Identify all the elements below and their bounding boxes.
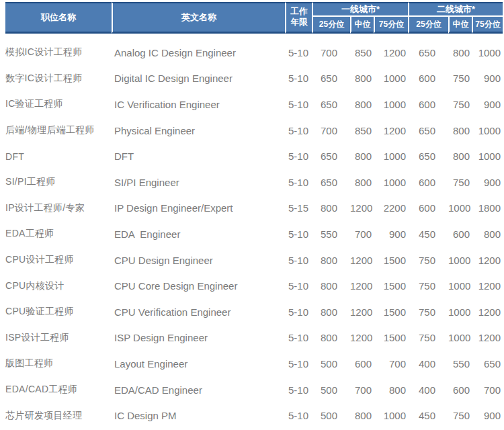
cell-tier1-median: 1200: [350, 325, 374, 351]
table-row: 数字IC设计工程师 Digital IC Design Engineer 5-1…: [5, 66, 503, 92]
cell-tier2-p75: 1000: [472, 143, 503, 169]
cell-tier2-p75: 1000: [472, 118, 503, 144]
cell-tier2-p25: 650: [408, 40, 448, 66]
cell-tier1-median: 700: [350, 377, 374, 403]
table-row: 后端/物理后端工程师 Physical Engineer 5-10 700 85…: [5, 118, 503, 144]
cell-tier2-median: 1000: [448, 273, 472, 299]
table-row: CPU验证工程师 CPU Verification Engineer 5-10 …: [5, 299, 503, 325]
cell-tier2-p25: 450: [408, 402, 448, 429]
cell-tier2-p75: 900: [472, 402, 503, 429]
spacer-row: [5, 34, 503, 40]
table-row: DFT DFT 5-10 650 800 1000 650 800 1000: [5, 143, 503, 169]
cell-work-years: 5-10: [285, 143, 312, 169]
cell-tier2-median: 800: [448, 118, 472, 144]
cell-tier1-median: 850: [350, 118, 374, 144]
cell-tier2-median: 750: [448, 91, 472, 118]
cell-tier1-median: 800: [350, 402, 374, 429]
header-tier1-p25: 25分位: [312, 17, 350, 34]
cell-job-title-cn: 芯片研发项目经理: [5, 402, 112, 429]
cell-job-title-en: ISP Design Engineer: [112, 325, 285, 351]
cell-tier1-p25: 650: [312, 91, 350, 118]
cell-job-title-cn: EDA/CAD工程师: [5, 377, 112, 403]
cell-tier1-p75: 1500: [374, 247, 408, 273]
cell-tier1-median: 800: [350, 91, 374, 118]
cell-tier1-p25: 700: [312, 118, 350, 144]
cell-tier2-p75: 800: [472, 221, 503, 247]
cell-work-years: 5-10: [285, 40, 312, 66]
cell-tier2-p75: 700: [472, 377, 503, 403]
cell-tier1-median: 1200: [350, 196, 374, 222]
cell-tier1-p75: 1200: [374, 40, 408, 66]
cell-tier1-p25: 500: [312, 402, 350, 429]
cell-work-years: 5-10: [285, 118, 312, 144]
cell-tier1-median: 1200: [350, 247, 374, 273]
header-tier1-median: 中位: [350, 17, 374, 34]
cell-job-title-en: IC Verification Engineer: [112, 91, 285, 118]
cell-tier1-p25: 500: [312, 351, 350, 377]
cell-tier1-p75: 2200: [374, 196, 408, 222]
cell-tier1-p75: 1000: [374, 66, 408, 92]
header-tier2-cities: 二线城市*: [408, 2, 503, 17]
table-header: 职位名称 英文名称 工作年限 一线城市* 二线城市* 25分位 中位 75分位 …: [5, 2, 503, 34]
cell-tier1-median: 1200: [350, 299, 374, 325]
cell-tier1-median: 700: [350, 221, 374, 247]
cell-job-title-en: CPU Verification Engineer: [112, 299, 285, 325]
cell-job-title-en: Physical Engineer: [112, 118, 285, 144]
cell-job-title-cn: 数字IC设计工程师: [5, 66, 112, 92]
cell-tier2-p25: 600: [408, 196, 448, 222]
cell-tier2-p25: 750: [408, 247, 448, 273]
cell-tier1-p75: 1500: [374, 299, 408, 325]
cell-work-years: 5-10: [285, 91, 312, 118]
cell-tier1-p25: 800: [312, 273, 350, 299]
cell-job-title-cn: 后端/物理后端工程师: [5, 118, 112, 144]
cell-job-title-en: Analog IC Design Engineer: [112, 40, 285, 66]
cell-job-title-cn: CPU设计工程师: [5, 247, 112, 273]
cell-job-title-cn: 版图工程师: [5, 351, 112, 377]
cell-tier1-p25: 500: [312, 377, 350, 403]
cell-work-years: 5-10: [285, 273, 312, 299]
cell-job-title-cn: CPU内核设计: [5, 273, 112, 299]
table-row: CPU内核设计 CPU Core Design Engineer 5-10 80…: [5, 273, 503, 299]
cell-tier1-median: 800: [350, 66, 374, 92]
cell-tier1-p75: 1200: [374, 118, 408, 144]
cell-tier2-p75: 900: [472, 91, 503, 118]
cell-job-title-en: Layout Engineer: [112, 351, 285, 377]
cell-job-title-en: CPU Core Design Engineer: [112, 273, 285, 299]
cell-tier2-p25: 400: [408, 377, 448, 403]
cell-tier1-p25: 800: [312, 325, 350, 351]
header-work-years-line2: 年限: [291, 17, 308, 27]
table-row: CPU设计工程师 CPU Design Engineer 5-10 800 12…: [5, 247, 503, 273]
cell-tier2-median: 1000: [448, 325, 472, 351]
cell-job-title-en: DFT: [112, 143, 285, 169]
cell-tier2-p25: 750: [408, 273, 448, 299]
cell-tier1-p25: 550: [312, 221, 350, 247]
cell-tier2-p75: 1000: [472, 40, 503, 66]
header-tier2-median: 中位: [448, 17, 472, 34]
cell-job-title-en: SI/PI Engineer: [112, 169, 285, 196]
cell-tier2-p25: 650: [408, 118, 448, 144]
table-row: 芯片研发项目经理 IC Design PM 5-10 500 800 1000 …: [5, 402, 503, 429]
header-row-groups: 职位名称 英文名称 工作年限 一线城市* 二线城市*: [5, 2, 503, 17]
cell-tier2-p75: 1200: [472, 273, 503, 299]
cell-tier2-p75: 1200: [472, 325, 503, 351]
cell-job-title-cn: IC验证工程师: [5, 91, 112, 118]
cell-work-years: 5-10: [285, 66, 312, 92]
cell-tier1-p75: 800: [374, 377, 408, 403]
cell-job-title-en: CPU Design Engineer: [112, 247, 285, 273]
cell-work-years: 5-10: [285, 325, 312, 351]
cell-job-title-cn: IP设计工程师/专家: [5, 196, 112, 222]
cell-tier2-median: 600: [448, 221, 472, 247]
header-tier1-p75: 75分位: [374, 17, 408, 34]
cell-job-title-cn: EDA工程师: [5, 221, 112, 247]
cell-tier2-median: 750: [448, 169, 472, 196]
table-row: 模拟IC设计工程师 Analog IC Design Engineer 5-10…: [5, 40, 503, 66]
cell-tier2-p75: 1800: [472, 196, 503, 222]
cell-job-title-en: Digital IC Design Engineer: [112, 66, 285, 92]
cell-job-title-cn: CPU验证工程师: [5, 299, 112, 325]
cell-work-years: 5-10: [285, 221, 312, 247]
cell-tier2-median: 750: [448, 66, 472, 92]
table-row: ISP设计工程师 ISP Design Engineer 5-10 800 12…: [5, 325, 503, 351]
table-row: IC验证工程师 IC Verification Engineer 5-10 65…: [5, 91, 503, 118]
header-job-title: 职位名称: [5, 2, 112, 34]
cell-tier2-p25: 650: [408, 143, 448, 169]
